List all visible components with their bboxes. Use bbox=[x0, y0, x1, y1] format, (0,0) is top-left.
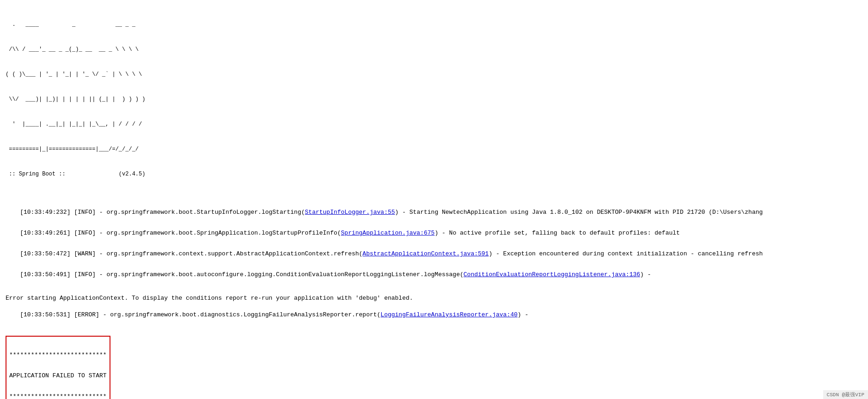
error-log-line: [10:33:50:531] [ERROR] - org.springframe… bbox=[6, 304, 862, 325]
stars-bottom: *************************** bbox=[9, 393, 107, 399]
ascii-line1: . ____ _ __ _ _ bbox=[6, 20, 862, 29]
ascii-line7: :: Spring Boot :: (v2.4.5) bbox=[6, 170, 862, 178]
ascii-line6: =========|_|==============|___/=/_/_/_/ bbox=[6, 145, 862, 153]
log-line-2: [10:33:49:261] [INFO] - org.springframew… bbox=[6, 223, 862, 243]
ascii-line2: /\\ / ___'_ __ _ _(_)_ __ __ _ \ \ \ \ bbox=[6, 45, 862, 54]
log-line-4: [10:33:50:491] [INFO] - org.springframew… bbox=[6, 264, 862, 285]
ascii-line4: \\/ ___)| |_)| | | | | || (_| | ) ) ) ) bbox=[6, 95, 862, 103]
app-failed-title: APPLICATION FAILED TO START bbox=[9, 372, 107, 379]
error-starting-text: Error starting ApplicationContext. To di… bbox=[6, 295, 862, 302]
startup-info-link[interactable]: StartupInfoLogger.java:55 bbox=[305, 209, 395, 216]
app-failed-box: *************************** APPLICATION … bbox=[6, 336, 110, 399]
ascii-line3: ( ( )\___ | '_ | '_| | '_ \/ _` | \ \ \ … bbox=[6, 70, 862, 79]
stars-top: *************************** bbox=[9, 351, 107, 358]
log-line-1: [10:33:49:232] [INFO] - org.springframew… bbox=[6, 202, 862, 223]
bottom-bar: CSDN @最强VIP bbox=[823, 390, 868, 399]
spring-ascii-art: . ____ _ __ _ _ /\\ / ___'_ __ _ _(_)_ _… bbox=[6, 4, 862, 195]
log-line-3: [10:33:50:472] [WARN] - org.springframew… bbox=[6, 243, 862, 264]
console-container: . ____ _ __ _ _ /\\ / ___'_ __ _ _(_)_ _… bbox=[6, 4, 862, 399]
logging-failure-link[interactable]: LoggingFailureAnalysisReporter.java:40 bbox=[380, 311, 517, 318]
condition-eval-link[interactable]: ConditionEvaluationReportLoggingListener… bbox=[464, 271, 640, 278]
ascii-line5: ' |____| .__|_| |_|_| |_\__, | / / / / bbox=[6, 120, 862, 128]
abstract-app-context-link[interactable]: AbstractApplicationContext.java:591 bbox=[362, 250, 489, 257]
spring-app-link[interactable]: SpringApplication.java:675 bbox=[341, 230, 435, 236]
